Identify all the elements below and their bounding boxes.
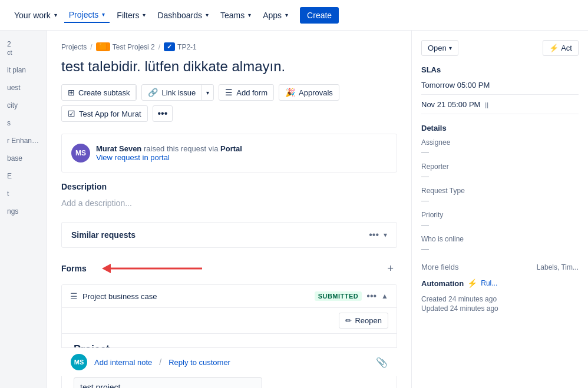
breadcrumb-project-item: 🟧 Test Projesi 2: [96, 42, 155, 51]
top-nav: Your work ▾ Projects ▾ Filters ▾ Dashboa…: [0, 0, 588, 31]
sidebar-item-ngs[interactable]: ngs: [0, 203, 47, 220]
request-type-label: Request Type: [421, 187, 579, 195]
description-placeholder[interactable]: Add a description...: [61, 196, 397, 210]
reporter-value[interactable]: —: [421, 172, 579, 181]
sidebar-item-uest[interactable]: uest: [0, 79, 47, 97]
automation-row: Automation ⚡ Rul...: [421, 278, 579, 288]
act-button[interactable]: ⚡ Act: [543, 40, 579, 56]
submitted-badge: SUBMITTED: [315, 291, 362, 301]
breadcrumb: Projects / 🟧 Test Projesi 2 / ✓ TP2-1: [61, 42, 397, 51]
form-more-icon[interactable]: •••: [366, 291, 376, 301]
forms-add-button[interactable]: +: [384, 262, 397, 275]
link-icon: 🔗: [148, 88, 158, 97]
who-is-online-value: —: [421, 244, 579, 253]
attachment-icon[interactable]: 📎: [376, 357, 388, 368]
chevron-icon: ▾: [248, 12, 251, 18]
sla-text-2: Nov 21 05:00 PM: [421, 100, 480, 109]
breadcrumb-project-link[interactable]: Test Projesi 2: [113, 43, 155, 51]
approvals-button[interactable]: 🎉 Approvals: [279, 84, 339, 101]
priority-label: Priority: [421, 211, 579, 219]
main-container: Projects / 🟧 Test Projesi 2 / ✓ TP2-1 te…: [47, 31, 588, 388]
form-icon: ☰: [225, 88, 233, 97]
nav-dashboards[interactable]: Dashboards ▾: [153, 8, 213, 22]
open-chevron-icon: ▾: [449, 45, 452, 51]
more-actions-button[interactable]: •••: [153, 105, 173, 122]
project-badge: 🟧: [96, 42, 110, 51]
open-button[interactable]: Open ▾: [421, 40, 458, 56]
breadcrumb-issue-item: ✓ TP2-1: [164, 42, 197, 51]
sla-text-1: Tomorrow 05:00 PM: [421, 81, 490, 89]
forms-red-arrow: [96, 260, 214, 277]
project-name-value: test project: [74, 377, 262, 388]
svg-marker-1: [102, 264, 111, 273]
similar-requests-more-icon[interactable]: •••: [369, 230, 379, 240]
chevron-icon: ▾: [285, 12, 288, 18]
content-area: Projects / 🟧 Test Projesi 2 / ✓ TP2-1 te…: [47, 31, 411, 388]
more-fields-label[interactable]: More fields: [421, 263, 459, 271]
chevron-icon: ▾: [143, 12, 146, 18]
breadcrumb-issue-link[interactable]: TP2-1: [177, 43, 197, 51]
reopen-button[interactable]: ✏ Reopen: [339, 313, 388, 329]
description-title: Description: [61, 182, 397, 191]
forms-title: Forms: [61, 264, 87, 273]
view-request-link[interactable]: View request in portal: [96, 153, 170, 162]
created-at: Created 24 minutes ago: [421, 295, 579, 303]
sidebar-item-s[interactable]: s: [0, 114, 47, 132]
reply-to-customer-link[interactable]: Reply to customer: [169, 358, 230, 367]
sidebar-item-t[interactable]: t: [0, 185, 47, 203]
forms-title-row: Forms: [61, 260, 214, 277]
add-internal-note-link[interactable]: Add internal note: [94, 358, 152, 367]
link-issue-chevron[interactable]: ▾: [202, 87, 213, 99]
similar-requests-chevron-icon[interactable]: ▾: [384, 231, 387, 239]
chevron-icon: ▾: [102, 11, 105, 18]
test-app-button[interactable]: ☑ Test App for Murat: [61, 105, 148, 122]
bottom-bar: MS Add internal note / Reply to customer…: [61, 347, 397, 376]
sidebar-item-city[interactable]: city: [0, 97, 47, 114]
create-button[interactable]: Create: [300, 7, 339, 24]
nav-teams[interactable]: Teams ▾: [216, 8, 256, 22]
chevron-icon: ▾: [54, 12, 57, 18]
checkbox-icon: ☑: [68, 109, 75, 118]
assignee-field: Assignee —: [421, 138, 579, 157]
left-sidebar: 2ct it plan uest city s r Enhanced... ba…: [0, 31, 47, 388]
assignee-label: Assignee: [421, 138, 579, 147]
similar-requests-card: Similar requests ••• ▾: [61, 222, 397, 248]
sidebar-item-plan[interactable]: it plan: [0, 61, 47, 79]
reporter-field: Reporter —: [421, 163, 579, 181]
nav-projects[interactable]: Projects ▾: [64, 8, 110, 23]
form-card-header: ☰ Project business case SUBMITTED ••• ▲: [62, 285, 397, 308]
link-issue-split: 🔗 Link issue ▾: [141, 84, 214, 101]
nav-your-work[interactable]: Your work ▾: [9, 8, 62, 22]
who-is-online-field: Who is online —: [421, 235, 579, 253]
issue-badge: ✓: [164, 42, 175, 51]
forms-header: Forms +: [61, 260, 397, 277]
link-issue-button[interactable]: 🔗 Link issue: [142, 85, 202, 100]
automation-rule-link[interactable]: Rul...: [481, 279, 497, 287]
bottom-separator: /: [159, 357, 161, 367]
sidebar-item-enhanced[interactable]: r Enhanced...: [0, 132, 47, 150]
raised-text: Murat Seven raised this request via Port…: [96, 144, 242, 162]
reporter-label: Reporter: [421, 163, 579, 171]
raised-by-section: MS Murat Seven raised this request via P…: [61, 134, 397, 173]
nav-filters[interactable]: Filters ▾: [112, 8, 150, 22]
sidebar-item-e[interactable]: E: [0, 167, 47, 185]
request-type-value[interactable]: —: [421, 196, 579, 205]
add-form-button[interactable]: ☰ Add form: [219, 84, 274, 101]
lightning-icon: ⚡: [549, 44, 559, 52]
pencil-icon: ✏: [345, 316, 352, 325]
assignee-value[interactable]: —: [421, 148, 579, 157]
similar-requests-header[interactable]: Similar requests ••• ▾: [62, 223, 397, 247]
form-chevron-icon[interactable]: ▲: [381, 292, 388, 300]
priority-value[interactable]: —: [421, 220, 579, 229]
sidebar-item-base[interactable]: base: [0, 150, 47, 167]
create-subtask-button[interactable]: ⊞ Create subtask: [62, 85, 136, 100]
nav-apps[interactable]: Apps ▾: [258, 8, 293, 22]
more-fields-row: More fields Labels, Tim...: [421, 263, 579, 271]
form-card-actions: SUBMITTED ••• ▲: [315, 291, 388, 301]
action-toolbar: ⊞ Create subtask 🔗 Link issue ▾ ☰ Add fo…: [61, 84, 397, 122]
timestamps: Created 24 minutes ago Updated 24 minute…: [421, 295, 579, 313]
sidebar-item-2[interactable]: 2ct: [0, 35, 47, 61]
sla-item-2: Nov 21 05:00 PM ||: [421, 100, 579, 114]
breadcrumb-projects-link[interactable]: Projects: [61, 43, 87, 51]
sla-item-1: Tomorrow 05:00 PM: [421, 80, 579, 95]
